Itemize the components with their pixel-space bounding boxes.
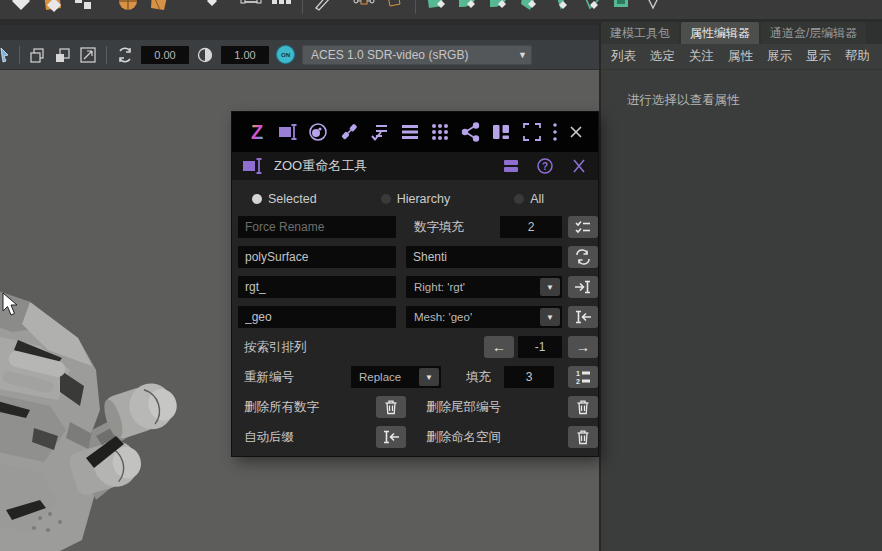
search-replace-button[interactable] — [568, 246, 598, 268]
radio-label[interactable]: Selected — [268, 192, 317, 206]
index-input[interactable] — [518, 336, 562, 358]
prefix-input[interactable] — [238, 276, 396, 298]
padding-input[interactable] — [500, 216, 562, 238]
poly-sphere-icon[interactable] — [117, 0, 139, 14]
menu-selected[interactable]: 选定 — [650, 48, 675, 65]
curve-icon[interactable] — [240, 0, 262, 14]
panel-message: 进行选择以查看属性 — [601, 70, 882, 109]
copy-snapshot-icon[interactable] — [29, 46, 47, 64]
tab-label: 属性编辑器 — [690, 25, 750, 42]
snap-grid-icon[interactable] — [72, 0, 94, 14]
smooth-icon[interactable] — [642, 0, 664, 14]
radio-label[interactable]: Hierarchy — [397, 192, 451, 206]
toolbar-separator — [19, 46, 20, 64]
renumber-button[interactable]: 12 — [568, 366, 598, 388]
zoo-rename-titlebar[interactable]: ZOO重命名工具 ? — [232, 152, 598, 180]
force-rename-input[interactable] — [238, 216, 396, 238]
remove-trailing-button[interactable] — [568, 396, 598, 418]
paste-snapshot-icon[interactable] — [54, 46, 72, 64]
sculpt-pen-icon[interactable] — [312, 0, 334, 14]
tab-modeling-toolkit[interactable]: 建模工具包 — [601, 22, 679, 44]
list-icon[interactable] — [399, 121, 421, 143]
exposure-field[interactable] — [141, 46, 189, 64]
radio-selected[interactable] — [252, 194, 262, 204]
crease-icon[interactable] — [549, 0, 571, 14]
multicut-icon[interactable] — [456, 0, 478, 14]
colorspace-value: ACES 1.0 SDR-video (sRGB) — [311, 48, 514, 62]
force-rename-button[interactable] — [568, 216, 598, 238]
remove-namespace-label: 删除命名空间 — [426, 426, 501, 448]
connect-icon[interactable] — [518, 0, 540, 14]
gamma-field[interactable] — [221, 46, 269, 64]
search-replace-row — [238, 246, 592, 268]
zoo-logo-icon[interactable]: Z — [246, 121, 268, 143]
remove-all-numbers-button[interactable] — [376, 396, 406, 418]
menu-list[interactable]: 列表 — [611, 48, 636, 65]
svg-text:?: ? — [542, 161, 548, 172]
columns-icon[interactable] — [490, 121, 512, 143]
radio-all[interactable] — [514, 194, 524, 204]
poly-cone-icon[interactable] — [148, 0, 170, 14]
index-right-button[interactable]: → — [568, 336, 598, 358]
dialog-title: ZOO重命名工具 — [274, 157, 486, 175]
remove-namespace-button[interactable] — [568, 426, 598, 448]
poly-cube-icon[interactable] — [41, 0, 63, 14]
vertex-diamond-icon[interactable] — [201, 0, 223, 14]
theme-icon[interactable] — [307, 121, 329, 143]
gamma-icon[interactable] — [196, 46, 214, 64]
suffix-input[interactable] — [238, 306, 396, 328]
paint-weights-icon[interactable] — [384, 0, 406, 14]
bevel-icon[interactable] — [580, 0, 602, 14]
tab-channel-box[interactable]: 通道盒/层编辑器 — [761, 22, 866, 44]
grid-dots-icon[interactable] — [429, 121, 451, 143]
renumber-padding-input[interactable] — [504, 366, 554, 388]
menu-focus[interactable]: 关注 — [689, 48, 714, 65]
renumber-mode-dropdown[interactable]: Replace ▼ — [351, 366, 441, 388]
colorspace-dropdown[interactable]: ACES 1.0 SDR-video (sRGB) ▼ — [302, 45, 532, 65]
poly-diamond-icon[interactable] — [10, 0, 32, 14]
checklist-icon[interactable] — [368, 121, 390, 143]
suffix-preset-dropdown[interactable]: Mesh: 'geo' ▼ — [406, 306, 562, 328]
share-icon[interactable] — [460, 121, 482, 143]
radio-hierarchy[interactable] — [381, 194, 391, 204]
extrude-icon[interactable] — [611, 0, 633, 14]
close-icon[interactable] — [568, 121, 584, 143]
numbered-list-icon: 12 — [574, 369, 592, 385]
rename-icon — [242, 158, 264, 174]
close-icon[interactable] — [570, 158, 588, 174]
joint-chain-icon[interactable] — [353, 0, 375, 14]
frame-icon[interactable] — [521, 121, 543, 143]
quad-draw-icon[interactable] — [425, 0, 447, 14]
menu-show[interactable]: 展示 — [767, 48, 792, 65]
menu-display[interactable]: 显示 — [806, 48, 831, 65]
renumber-row: 重新编号 Replace ▼ 填充 12 — [238, 366, 592, 388]
panel-menubar: 列表 选定 关注 属性 展示 显示 帮助 — [601, 44, 882, 70]
add-suffix-button[interactable] — [568, 306, 598, 328]
auto-suffix-button[interactable] — [376, 426, 406, 448]
menu-attributes[interactable]: 属性 — [728, 48, 753, 65]
shelf-bar — [0, 0, 882, 22]
select-cursor-icon[interactable] — [0, 46, 10, 64]
exposure-icon[interactable] — [116, 46, 134, 64]
dots-icon[interactable] — [271, 0, 293, 14]
index-left-button[interactable]: ← — [484, 336, 514, 358]
maya-window: ON ACES 1.0 SDR-video (sRGB) ▼ — [0, 0, 882, 551]
replace-input[interactable] — [406, 246, 562, 268]
more-dots-icon[interactable] — [551, 121, 559, 143]
toolbar-separator — [106, 46, 107, 64]
search-input[interactable] — [238, 246, 396, 268]
menu-help[interactable]: 帮助 — [845, 48, 870, 65]
radio-label[interactable]: All — [530, 192, 544, 206]
add-prefix-button[interactable] — [568, 276, 598, 298]
target-weld-icon[interactable] — [487, 0, 509, 14]
tab-attribute-editor[interactable]: 属性编辑器 — [681, 22, 759, 44]
plug-icon[interactable] — [338, 121, 360, 143]
compact-mode-icon[interactable] — [502, 158, 520, 174]
prefix-preset-dropdown[interactable]: Right: 'rgt' ▼ — [406, 276, 562, 298]
scope-radio-group: Selected Hierarchy All — [252, 188, 592, 210]
color-management-toggle[interactable]: ON — [276, 45, 295, 64]
prefix-preset-value: Right: 'rgt' — [406, 281, 540, 293]
help-icon[interactable]: ? — [536, 158, 554, 174]
export-image-icon[interactable] — [79, 46, 97, 64]
rename-icon[interactable] — [277, 121, 299, 143]
